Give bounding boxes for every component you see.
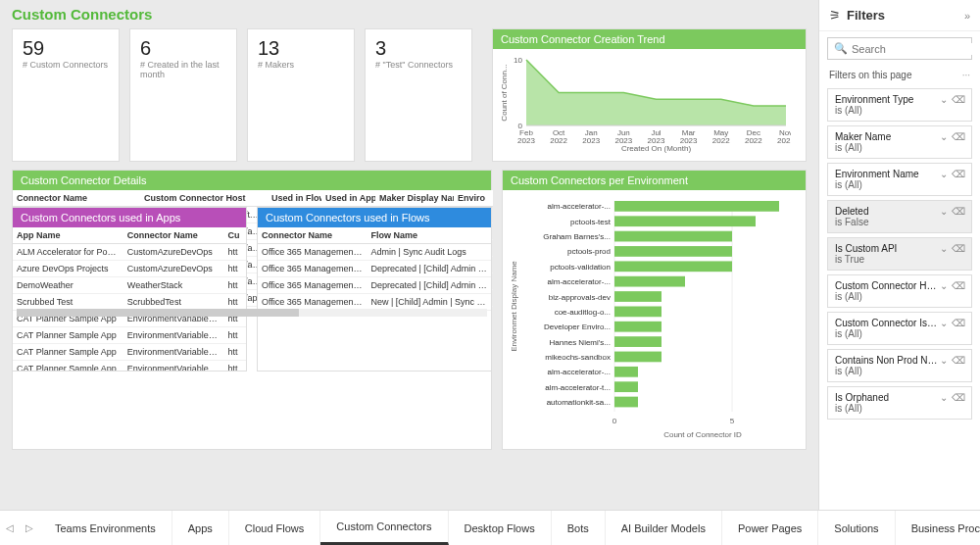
chevron-down-icon[interactable]: ⌄ bbox=[940, 318, 948, 328]
clear-icon[interactable]: ⌫ bbox=[952, 243, 965, 254]
nav-tab[interactable]: Cloud Flows bbox=[229, 511, 321, 545]
clear-icon[interactable]: ⌫ bbox=[952, 131, 965, 142]
col-header[interactable]: Enviro bbox=[454, 190, 493, 207]
filter-value: is (All) bbox=[835, 142, 964, 153]
env-chart[interactable]: Custom Connectors per Environment 05alm-… bbox=[502, 170, 807, 450]
svg-text:Created On (Month): Created On (Month) bbox=[621, 144, 691, 153]
filter-card[interactable]: Is Orphanedis (All)⌄⌫ bbox=[827, 386, 972, 420]
filter-card[interactable]: Deletedis False⌄⌫ bbox=[827, 200, 972, 233]
table-row[interactable]: Office 365 Management APIAdmin | Sync Au… bbox=[258, 244, 491, 261]
table-row[interactable]: Scrubbed TestScrubbedTesthtt bbox=[13, 294, 246, 311]
filter-name: Maker Name bbox=[835, 131, 938, 142]
col-header[interactable]: Cu bbox=[223, 227, 246, 244]
filter-card[interactable]: Is Custom APIis True⌄⌫ bbox=[827, 237, 972, 271]
col-header[interactable]: Flow Name bbox=[367, 227, 491, 244]
flows-table[interactable]: Connector NameFlow Name Office 365 Manag… bbox=[258, 227, 491, 311]
nav-tab[interactable]: Custom Connectors bbox=[320, 511, 448, 545]
flows-table-card[interactable]: Custom Connectors used in Flows Connecto… bbox=[257, 207, 492, 372]
filter-card[interactable]: Maker Nameis (All)⌄⌫ bbox=[827, 125, 972, 159]
apps-table-card[interactable]: Custom Connectors used in Apps App NameC… bbox=[12, 207, 247, 372]
col-header[interactable]: Connector Name bbox=[258, 227, 367, 244]
svg-rect-54 bbox=[614, 397, 638, 408]
clear-icon[interactable]: ⌫ bbox=[952, 94, 965, 105]
filter-card[interactable]: Custom Connector Is ...is (All)⌄⌫ bbox=[827, 312, 972, 345]
svg-text:2022: 2022 bbox=[745, 136, 762, 145]
table-row[interactable]: CAT Planner Sample AppEnvironmentVariabl… bbox=[13, 344, 246, 361]
chevron-down-icon[interactable]: ⌄ bbox=[940, 94, 948, 105]
kpi-card-created[interactable]: 6# Created in the last month bbox=[129, 28, 237, 162]
cell: htt bbox=[223, 327, 246, 344]
collapse-icon[interactable]: » bbox=[964, 10, 970, 22]
chevron-down-icon[interactable]: ⌄ bbox=[940, 280, 948, 291]
col-header[interactable]: App Name bbox=[13, 227, 123, 244]
svg-text:2022: 2022 bbox=[777, 136, 791, 145]
flows-title: Custom Connectors used in Flows bbox=[258, 208, 491, 227]
filter-card[interactable]: Environment Typeis (All)⌄⌫ bbox=[827, 88, 972, 122]
col-header[interactable]: Used in Flows bbox=[268, 190, 321, 207]
search-input[interactable] bbox=[852, 43, 980, 55]
nav-prev[interactable]: ◁ bbox=[0, 522, 20, 533]
cell: CustomAzureDevOps bbox=[123, 244, 224, 261]
clear-icon[interactable]: ⌫ bbox=[952, 280, 965, 291]
chevron-down-icon[interactable]: ⌄ bbox=[940, 355, 948, 366]
table-row[interactable]: Office 365 Management API NewNew | [Chil… bbox=[258, 294, 491, 311]
svg-text:alm-accelerator-...: alm-accelerator-... bbox=[548, 277, 611, 286]
nav-tab[interactable]: Apps bbox=[172, 511, 229, 545]
clear-icon[interactable]: ⌫ bbox=[952, 355, 965, 366]
svg-rect-46 bbox=[614, 336, 662, 347]
clear-icon[interactable]: ⌫ bbox=[952, 318, 965, 328]
cell: Office 365 Management API New bbox=[258, 294, 367, 311]
filters-pane[interactable]: ⚞ Filters » 🔍 Filters on this page ··· E… bbox=[818, 0, 980, 545]
nav-next[interactable]: ▷ bbox=[20, 522, 39, 533]
table-row[interactable]: Azure DevOps ProjectsCustomAzureDevOpsht… bbox=[13, 261, 246, 277]
trend-chart-title: Custom Connector Creation Trend bbox=[493, 29, 806, 49]
kpi-card-connectors[interactable]: 59# Custom Connectors bbox=[12, 28, 120, 162]
nav-tab[interactable]: Bots bbox=[552, 511, 606, 545]
trend-chart[interactable]: Custom Connector Creation Trend 010Feb20… bbox=[492, 28, 807, 162]
filter-card[interactable]: Contains Non Prod Na...is (All)⌄⌫ bbox=[827, 349, 972, 382]
kpi-card-makers[interactable]: 13# Makers bbox=[247, 28, 355, 162]
nav-tab[interactable]: Teams Environments bbox=[39, 511, 172, 545]
col-header[interactable]: Custom Connector Host bbox=[140, 190, 268, 207]
cell: ALM Accelerator for Power Platform bbox=[13, 244, 123, 261]
clear-icon[interactable]: ⌫ bbox=[952, 392, 965, 403]
svg-text:2022: 2022 bbox=[712, 136, 730, 145]
hscroll[interactable] bbox=[17, 309, 487, 317]
cell: New | [Child] Admin | Sync Logs bbox=[367, 294, 491, 311]
nav-tab[interactable]: Business Process Flows bbox=[896, 511, 980, 545]
cell: Office 365 Management API bbox=[258, 244, 367, 261]
more-icon[interactable]: ··· bbox=[962, 70, 970, 80]
table-row[interactable]: Office 365 Management APIDeprecated | [C… bbox=[258, 261, 491, 277]
table-row[interactable]: DemoWeatherWeatherStackhtt bbox=[13, 277, 246, 294]
clear-icon[interactable]: ⌫ bbox=[952, 206, 965, 217]
nav-tab[interactable]: Desktop Flows bbox=[449, 511, 552, 545]
col-header[interactable]: Connector Name bbox=[13, 190, 140, 207]
filter-card[interactable]: Environment Nameis (All)⌄⌫ bbox=[827, 163, 972, 196]
table-row[interactable]: ALM Accelerator for Power PlatformCustom… bbox=[13, 244, 246, 261]
cell: CAT Planner Sample App bbox=[13, 361, 123, 372]
svg-text:Developer Enviro...: Developer Enviro... bbox=[544, 322, 611, 331]
cell: CAT Planner Sample App bbox=[13, 344, 123, 361]
nav-tab[interactable]: Solutions bbox=[818, 511, 895, 545]
nav-bar[interactable]: ◁ ▷ Teams EnvironmentsAppsCloud FlowsCus… bbox=[0, 510, 980, 545]
nav-tab[interactable]: Power Pages bbox=[722, 511, 818, 545]
chevron-down-icon[interactable]: ⌄ bbox=[940, 169, 948, 179]
table-row[interactable]: CAT Planner Sample AppEnvironmentVariabl… bbox=[13, 327, 246, 344]
chevron-down-icon[interactable]: ⌄ bbox=[940, 206, 948, 217]
col-header[interactable]: Connector Name bbox=[123, 227, 224, 244]
col-header[interactable]: Maker Display Name bbox=[375, 190, 454, 207]
clear-icon[interactable]: ⌫ bbox=[952, 169, 965, 179]
kpi-card-test[interactable]: 3# "Test" Connectors bbox=[365, 28, 472, 162]
filter-value: is False bbox=[835, 217, 964, 227]
chevron-down-icon[interactable]: ⌄ bbox=[940, 243, 948, 254]
filter-card[interactable]: Custom Connector Hostis (All)⌄⌫ bbox=[827, 274, 972, 308]
search-box[interactable]: 🔍 bbox=[827, 37, 972, 60]
svg-text:2022: 2022 bbox=[550, 136, 567, 145]
table-row[interactable]: CAT Planner Sample AppEnvironmentVariabl… bbox=[13, 361, 246, 372]
table-row[interactable]: Office 365 Management APIDeprecated | [C… bbox=[258, 277, 491, 294]
apps-table[interactable]: App NameConnector NameCu ALM Accelerator… bbox=[13, 227, 246, 372]
nav-tab[interactable]: AI Builder Models bbox=[606, 511, 722, 545]
col-header[interactable]: Used in Apps bbox=[321, 190, 375, 207]
chevron-down-icon[interactable]: ⌄ bbox=[940, 131, 948, 142]
chevron-down-icon[interactable]: ⌄ bbox=[940, 392, 948, 403]
